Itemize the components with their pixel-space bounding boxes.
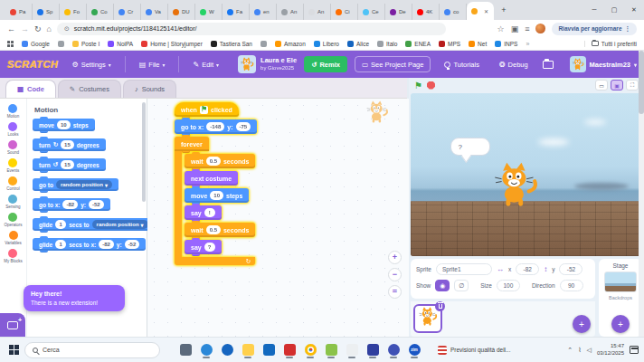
category-my-blocks[interactable]: My Blocks [4,249,23,263]
block-input[interactable]: -148 [206,122,224,131]
block-input[interactable]: 15 [61,140,74,149]
block-input[interactable]: ! [204,208,215,217]
block-input[interactable]: -82 [62,200,78,209]
direction-input[interactable]: 90 [560,280,583,291]
category-variables[interactable]: Variables [5,231,21,245]
taskview-icon[interactable] [178,342,193,358]
bookmarks-overflow-icon[interactable]: » [526,41,529,47]
tray-chevron-icon[interactable]: ⌃ [567,347,573,354]
browser-tab[interactable]: 4K [412,4,440,20]
tab-sounds[interactable]: ♪ Sounds [123,80,176,98]
start-button[interactable] [9,345,19,355]
zim-icon[interactable]: zim [407,342,421,358]
settings-menu[interactable]: ⚙ Settings ▾ [65,51,117,78]
zoom-reset-button[interactable]: = [388,285,402,299]
block-dropdown[interactable]: random position▾ [92,220,148,229]
scratch-block[interactable]: wait0.5seconds [185,154,255,168]
scratch-block[interactable]: go to x:-148y:-75 [175,119,257,134]
stop-icon[interactable] [427,81,435,90]
category-operators[interactable]: Operators [4,213,22,227]
volume-icon[interactable]: ◁ [587,347,592,354]
update-chrome-button[interactable]: Riavvia per aggiornare ⋮ [552,23,637,35]
block-input[interactable]: 1 [55,240,66,249]
add-extension-button[interactable] [0,313,25,337]
code-canvas[interactable]: when⚑clickedgo to x:-148y:-75foreverwait… [147,99,409,337]
y-input[interactable]: -52 [559,263,582,275]
forever-block[interactable]: foreverwait0.5secondsnext costumemove10s… [175,137,255,265]
stage[interactable]: ? [411,93,642,256]
browser-tab[interactable]: De [385,4,412,20]
green-flag-icon[interactable]: ⚑ [414,81,422,90]
category-motion[interactable]: Motion [7,104,20,119]
copilot-icon[interactable] [220,342,234,358]
tab-close-icon[interactable]: ✕ [484,8,488,14]
bookmark-item[interactable]: Italo [377,41,397,47]
account-menu[interactable]: Maestralm23 ▾ [570,56,637,72]
sprite-name-input[interactable]: Sprite1 [436,263,492,275]
category-sound[interactable]: Sound [7,140,19,155]
bookmark-item[interactable]: Poste I [72,41,99,47]
fullscreen-icon[interactable]: ⛶ [626,80,639,90]
forward-icon[interactable]: → [21,24,29,33]
browser-tab[interactable]: An [304,4,331,20]
bookmark-item[interactable]: Alice [347,41,369,47]
category-control[interactable]: Control [6,176,20,191]
browser-tab[interactable]: Pa [5,4,33,20]
home-icon[interactable]: ⌂ [47,24,52,33]
scratch-block[interactable]: glide1secs to x:-82y:-52 [33,238,146,251]
network-icon[interactable]: ⌇ [578,347,581,354]
extensions-icon[interactable]: ≡ [525,24,529,33]
large-stage-button[interactable]: ▣ [611,80,623,90]
x-input[interactable]: -82 [516,263,539,275]
close-button[interactable]: ✕ [624,0,644,20]
scratch-block[interactable]: turn↻15degrees [33,138,106,151]
bookmark-item[interactable]: Home | Storyjumper [141,41,203,47]
block-input[interactable]: -52 [125,240,140,249]
scratch-logo[interactable]: SCRATCH [7,59,58,70]
browser-tab[interactable]: en [250,4,277,20]
reload-icon[interactable]: ↻ [34,24,42,33]
scratch-block[interactable]: move10steps [33,119,95,131]
scratch-block[interactable]: say? [185,240,222,254]
bookmark-item[interactable]: Amazon [275,41,306,47]
block-dropdown[interactable]: random position▾ [56,180,112,189]
block-input[interactable]: 15 [61,160,74,169]
chrome-icon[interactable] [303,342,317,358]
file-menu[interactable]: ▤ File ▾ [133,51,172,78]
acrobat-icon[interactable] [282,342,297,358]
browser-tab[interactable]: Fo [60,4,87,20]
stage-panel[interactable]: Stage Backdrops + [599,259,642,337]
browser-tab[interactable]: Ce [358,4,385,20]
category-sensing[interactable]: Sensing [5,195,20,209]
scratch-block[interactable]: go to x:-82y:-52 [33,198,110,211]
remix-button[interactable]: ↺ Remix [304,56,347,72]
edit-menu[interactable]: ✎ Edit ▾ [186,51,225,78]
hide-sprite-button[interactable]: ∅ [454,280,469,291]
scratch-block[interactable]: glide1secs torandom position▾ [33,218,155,231]
tab-costumes[interactable]: ✎ Costumes [58,80,121,98]
notifications-icon[interactable] [630,346,639,354]
whiteboard-icon[interactable] [345,342,359,358]
browser-tab[interactable]: Va [141,4,168,20]
scratch-block[interactable]: go torandom position▾ [33,178,118,191]
browser-tab[interactable]: Sp [33,4,60,20]
browser-tab[interactable]: Fa [223,4,250,20]
profile-avatar[interactable] [535,24,545,33]
tutorials-button[interactable]: Tutorials [438,51,485,78]
bookmark-item[interactable]: Google [22,41,50,47]
lim-app-icon[interactable] [365,342,380,358]
pen-app-icon[interactable] [324,342,338,358]
bookmark-item[interactable]: NoiPA [108,41,133,47]
block-input[interactable]: 1 [55,220,66,229]
browser-tab[interactable]: W [195,4,223,20]
backdrop-thumbnail[interactable] [604,272,637,292]
bookmark-item[interactable]: Tastiera San [211,41,252,47]
category-looks[interactable]: Looks [7,122,18,137]
browser-tab[interactable]: ✕ [467,2,494,20]
delete-sprite-badge[interactable] [435,301,445,311]
wheel-app-icon[interactable] [386,342,401,358]
scratch-block[interactable]: next costume [185,171,238,186]
browser-tab[interactable]: DU [168,4,195,20]
bookmark-item[interactable] [260,41,267,47]
browser-tab[interactable]: Cr [114,4,141,20]
